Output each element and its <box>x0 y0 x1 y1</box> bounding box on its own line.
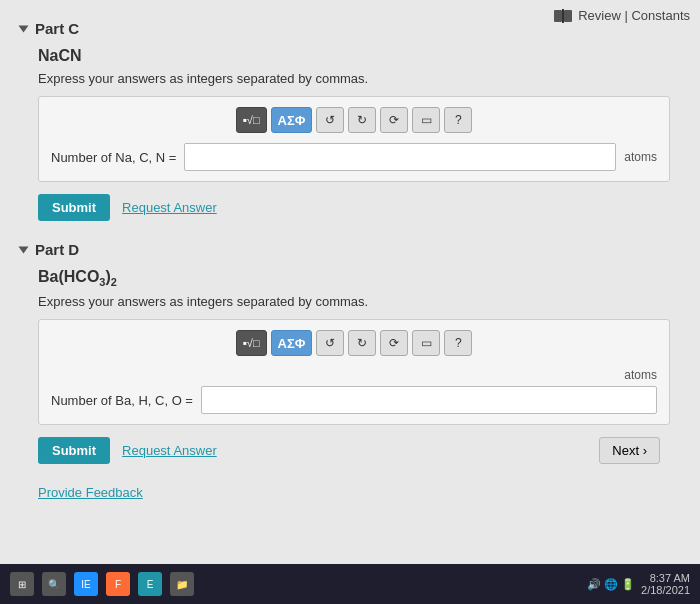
taskbar-icons-area: 🔊 🌐 🔋 <box>587 578 635 591</box>
part-c-formula: NaCN <box>38 47 670 65</box>
search-taskbar-icon[interactable]: 🔍 <box>42 572 66 596</box>
part-c-request-answer-btn[interactable]: Request Answer <box>122 200 217 215</box>
start-icon[interactable]: ⊞ <box>10 572 34 596</box>
part-d-keyboard-icon: ▭ <box>421 336 432 350</box>
taskbar-app2-icon[interactable]: F <box>106 572 130 596</box>
part-c-instruction: Express your answers as integers separat… <box>38 71 670 86</box>
part-c-section: Part C NaCN Express your answers as inte… <box>20 20 670 221</box>
part-d-greek-icon: ΑΣΦ <box>278 336 306 351</box>
part-d-input-row: Number of Ba, H, C, O = <box>51 386 657 414</box>
part-c-undo-btn[interactable]: ↺ <box>316 107 344 133</box>
part-d-formula: Ba(HCO3)2 <box>38 268 670 288</box>
part-c-input-label: Number of Na, C, N = <box>51 150 176 165</box>
part-d-redo-btn[interactable]: ↻ <box>348 330 376 356</box>
part-d-toolbar: ▪ √□ ΑΣΦ ↺ ↻ ⟳ ▭ ? <box>51 330 657 356</box>
part-d-keyboard-btn[interactable]: ▭ <box>412 330 440 356</box>
part-c-help-btn[interactable]: ? <box>444 107 472 133</box>
part-d-matrix-btn[interactable]: ▪ √□ <box>236 330 267 356</box>
taskbar-left: ⊞ 🔍 IE F E 📁 <box>10 572 194 596</box>
part-d-greek-btn[interactable]: ΑΣΦ <box>271 330 313 356</box>
top-bar: Review | Constants <box>544 0 700 31</box>
part-d-refresh-icon: ⟳ <box>389 336 399 350</box>
refresh-icon: ⟳ <box>389 113 399 127</box>
taskbar-app4-icon[interactable]: 📁 <box>170 572 194 596</box>
taskbar-right: 🔊 🌐 🔋 8:37 AM 2/18/2021 <box>587 572 690 596</box>
part-d-label: Part D <box>35 241 79 258</box>
part-d-answer-box: ▪ √□ ΑΣΦ ↺ ↻ ⟳ ▭ ? <box>38 319 670 425</box>
part-c-matrix-btn[interactable]: ▪ √□ <box>236 107 267 133</box>
taskbar-app3-icon[interactable]: E <box>138 572 162 596</box>
time-label: 8:37 AM <box>641 572 690 584</box>
part-d-sqrt-icon: √□ <box>247 337 260 349</box>
part-c-toolbar: ▪ √□ ΑΣΦ ↺ ↻ ⟳ ▭ ? <box>51 107 657 133</box>
part-c-unit-label: atoms <box>624 150 657 164</box>
part-d-redo-icon: ↻ <box>357 336 367 350</box>
time-display: 8:37 AM 2/18/2021 <box>641 572 690 596</box>
part-d-unit-label-top: atoms <box>624 368 657 382</box>
part-c-answer-input[interactable] <box>184 143 616 171</box>
part-d-request-answer-btn[interactable]: Request Answer <box>122 443 217 458</box>
date-label: 2/18/2021 <box>641 584 690 596</box>
part-d-header: Part D <box>20 241 670 258</box>
sqrt-icon: √□ <box>247 114 260 126</box>
provide-feedback-link[interactable]: Provide Feedback <box>38 485 143 500</box>
greek-icon: ΑΣΦ <box>278 113 306 128</box>
taskbar: ⊞ 🔍 IE F E 📁 🔊 🌐 🔋 8:37 AM 2/18/2021 <box>0 564 700 604</box>
part-c-answer-box: ▪ √□ ΑΣΦ ↺ ↻ ⟳ ▭ ? <box>38 96 670 182</box>
part-d-answer-input[interactable] <box>201 386 657 414</box>
part-d-section: Part D Ba(HCO3)2 Express your answers as… <box>20 241 670 464</box>
keyboard-icon: ▭ <box>421 113 432 127</box>
part-d-instruction: Express your answers as integers separat… <box>38 294 670 309</box>
svg-rect-2 <box>562 9 564 23</box>
part-d-input-label: Number of Ba, H, C, O = <box>51 393 193 408</box>
part-d-undo-icon: ↺ <box>325 336 335 350</box>
part-c-refresh-btn[interactable]: ⟳ <box>380 107 408 133</box>
part-d-action-row: Submit Request Answer Next › <box>38 437 660 464</box>
part-d-refresh-btn[interactable]: ⟳ <box>380 330 408 356</box>
part-c-arrow-icon[interactable] <box>19 25 29 32</box>
part-c-redo-btn[interactable]: ↻ <box>348 107 376 133</box>
part-c-keyboard-btn[interactable]: ▭ <box>412 107 440 133</box>
part-d-help-icon: ? <box>455 336 462 350</box>
part-d-submit-btn[interactable]: Submit <box>38 437 110 464</box>
part-c-submit-btn[interactable]: Submit <box>38 194 110 221</box>
book-icon <box>554 9 572 23</box>
redo-icon: ↻ <box>357 113 367 127</box>
svg-rect-0 <box>554 10 562 22</box>
part-c-label: Part C <box>35 20 79 37</box>
taskbar-app1-icon[interactable]: IE <box>74 572 98 596</box>
part-d-help-btn[interactable]: ? <box>444 330 472 356</box>
help-icon: ? <box>455 113 462 127</box>
undo-icon: ↺ <box>325 113 335 127</box>
part-d-arrow-icon[interactable] <box>19 246 29 253</box>
part-d-undo-btn[interactable]: ↺ <box>316 330 344 356</box>
part-d-next-btn[interactable]: Next › <box>599 437 660 464</box>
part-c-greek-btn[interactable]: ΑΣΦ <box>271 107 313 133</box>
main-content: Part C NaCN Express your answers as inte… <box>0 0 700 520</box>
next-label: Next › <box>612 443 647 458</box>
part-c-input-row: Number of Na, C, N = atoms <box>51 143 657 171</box>
review-constants-label: Review | Constants <box>578 8 690 23</box>
svg-rect-1 <box>564 10 572 22</box>
part-c-action-row: Submit Request Answer <box>38 194 670 221</box>
